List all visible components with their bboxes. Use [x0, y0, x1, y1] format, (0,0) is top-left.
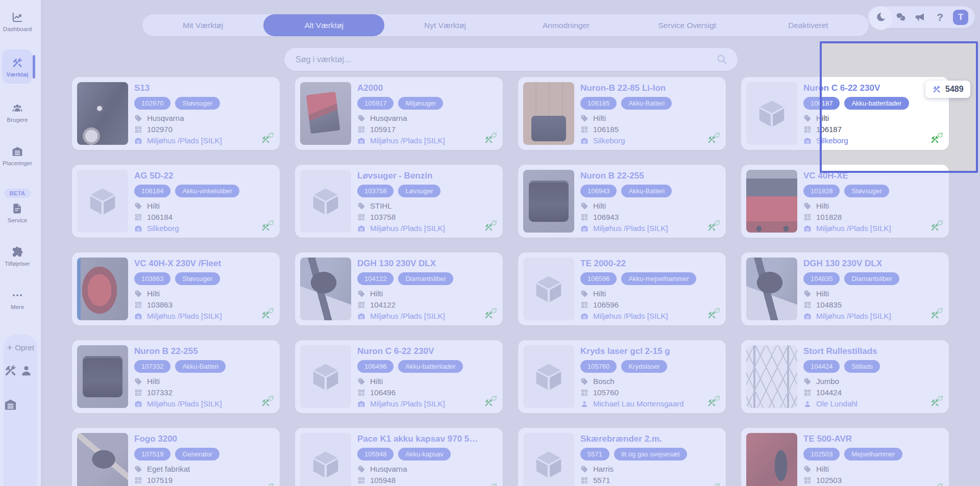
tool-card[interactable]: Fogo 3200 107519 Generator Eget fabrikat… [72, 428, 280, 486]
service-status-icon[interactable] [707, 484, 719, 486]
tab-mit-v-rkt-j[interactable]: Mit Værktøj [142, 14, 263, 36]
tool-card[interactable]: Pace K1 akku kapsav 970 5… 105948 Akku-k… [295, 428, 503, 486]
service-status-icon[interactable] [930, 396, 942, 407]
service-status-icon[interactable] [261, 309, 273, 320]
service-status-icon[interactable] [930, 133, 942, 144]
tool-title[interactable]: DGH 130 230V DLX [803, 259, 944, 269]
tool-location-row[interactable]: Miljøhus /Plads [SILK] [134, 399, 275, 408]
service-status-icon[interactable] [484, 484, 496, 486]
tool-location-row[interactable]: Miljøhus /Plads [SILK] [134, 312, 275, 321]
chat-button[interactable] [894, 11, 907, 24]
service-status-icon[interactable] [484, 309, 496, 320]
tool-card[interactable]: Kryds laser gcl 2-15 g 105760 Krydslaser… [518, 340, 726, 413]
tool-title[interactable]: Nuron C 6-22 230V [357, 346, 498, 356]
create-tool-button[interactable] [4, 364, 17, 377]
tool-title[interactable]: DGH 130 230V DLX [357, 259, 498, 269]
tool-qr-id: 102970 [147, 125, 173, 134]
sidebar-item-brugere[interactable]: Brugere [2, 97, 33, 127]
tool-title[interactable]: Fogo 3200 [134, 434, 275, 444]
tool-title[interactable]: TE 2000-22 [580, 259, 721, 269]
tool-card[interactable]: VC 40H-X 230V /Fleet 103863 Støvsuger Hi… [72, 252, 280, 325]
help-button[interactable]: ? [934, 11, 947, 24]
service-status-icon[interactable] [707, 133, 719, 144]
announcements-button[interactable] [914, 11, 927, 24]
service-status-icon[interactable] [484, 133, 496, 144]
tool-title[interactable]: VC 40H-X 230V /Fleet [134, 259, 275, 269]
tool-card[interactable]: Nuron B 22-255 107332 Akku-Batteri Hilti… [72, 340, 280, 413]
tool-title[interactable]: Pace K1 akku kapsav 970 5… [357, 434, 498, 444]
service-status-icon[interactable] [261, 133, 273, 144]
tool-location-row[interactable]: Silkeborg [803, 136, 944, 145]
service-status-icon[interactable] [930, 309, 942, 320]
tab-deaktiveret[interactable]: Deaktiveret [748, 14, 869, 36]
tool-title[interactable]: A2000 [357, 83, 498, 93]
service-status-icon[interactable] [707, 309, 719, 320]
tool-title[interactable]: Løvsuger - Benzin [357, 171, 498, 181]
create-label[interactable]: + Opret [7, 343, 34, 352]
service-status-icon[interactable] [261, 396, 273, 407]
tool-card[interactable]: Løvsuger - Benzin 103758 Løvsuger STIHL … [295, 165, 503, 238]
tool-card[interactable]: S13 102970 Støvsuger Husqvarna 102970 Mi… [72, 77, 280, 150]
tool-title[interactable]: Nuron B 22-255 [580, 171, 721, 181]
tool-card[interactable]: Nuron B 22-255 106943 Akku-Batteri Hilti… [518, 165, 726, 238]
tool-location-row[interactable]: Miljøhus /Plads [SILK] [580, 224, 721, 233]
tool-title[interactable]: Nuron B 22-255 [134, 346, 275, 356]
tool-card[interactable]: Skærebrænder 2.m. 5571 Ilt og gas svejse… [518, 428, 726, 486]
tool-card[interactable]: Nuron-B 22-85 Li-Ion 106185 Akku-Batteri… [518, 77, 726, 150]
sidebar-item-vaerktoej[interactable]: Værktøj [2, 49, 33, 84]
service-status-icon[interactable] [484, 396, 496, 407]
service-status-icon[interactable] [484, 221, 496, 232]
tool-title[interactable]: Nuron C 6-22 230V [803, 83, 944, 93]
service-status-icon[interactable] [261, 484, 273, 486]
tool-card[interactable]: Nuron C 6-22 230V 106187 Akku-batterilad… [741, 77, 949, 150]
create-user-button[interactable] [19, 364, 33, 377]
tool-card[interactable]: Nuron C 6-22 230V 106496 Akku-batterilad… [295, 340, 503, 413]
sidebar-item-placeringer[interactable]: Placeringer [2, 140, 33, 170]
tool-location-row[interactable]: Michael Lau Mortensgaard [580, 399, 721, 408]
tool-location-row[interactable]: Miljøhus /Plads [SILK] [357, 136, 498, 145]
tool-card[interactable]: DGH 130 230V DLX 104122 Diamantsliber Hi… [295, 252, 503, 325]
sidebar-item-service[interactable]: BETA Service [2, 184, 33, 227]
tool-location-row[interactable]: Silkeborg [580, 136, 721, 145]
tab-nyt-v-rkt-j[interactable]: Nyt Værktøj [384, 14, 505, 36]
tool-location-row[interactable]: Miljøhus /Plads [SILK] [134, 136, 275, 145]
tool-card[interactable]: A2000 105917 Miljøsuger Husqvarna 105917… [295, 77, 503, 150]
tool-title[interactable]: Nuron-B 22-85 Li-Ion [580, 83, 721, 93]
tool-card[interactable]: TE 2000-22 106596 Akku-mejselhammer Hilt… [518, 252, 726, 325]
tool-title[interactable]: AG 5D-22 [134, 171, 275, 181]
tool-location-row[interactable]: Silkeborg [134, 224, 275, 233]
tool-card[interactable]: TE 500-AVR 102503 Mejselhammer Hilti 102… [741, 428, 949, 486]
tool-title[interactable]: S13 [134, 83, 275, 93]
tab-service-oversigt[interactable]: Service Oversigt [627, 14, 748, 36]
tool-card[interactable]: Stort Rullestillads 104424 Stillads Jumb… [741, 340, 949, 413]
tab-alt-v-rkt-j[interactable]: Alt Værktøj [263, 14, 384, 36]
tool-title[interactable]: Stort Rullestillads [803, 346, 944, 356]
tool-title[interactable]: Skærebrænder 2.m. [580, 434, 721, 444]
user-avatar[interactable]: T [953, 10, 968, 25]
dark-mode-toggle-button[interactable] [874, 11, 888, 24]
tool-card[interactable]: VC 40H-XE 101828 Støvsuger Hilti 101828 … [741, 165, 949, 238]
tool-title[interactable]: TE 500-AVR [803, 434, 944, 444]
tool-title[interactable]: VC 40H-XE [803, 171, 944, 181]
create-location-button[interactable] [4, 398, 17, 412]
tool-location-row[interactable]: Miljøhus /Plads [SILK] [357, 312, 498, 321]
sidebar-item-mere[interactable]: Mere [2, 284, 33, 314]
tab-anmodninger[interactable]: Anmodninger [506, 14, 627, 36]
service-status-icon[interactable] [707, 221, 719, 232]
tool-location-row[interactable]: Ole Lundahl [803, 399, 944, 408]
tool-location-row[interactable]: Miljøhus /Plads [SILK] [357, 224, 498, 233]
tool-card[interactable]: DGH 130 230V DLX 104835 Diamantsliber Hi… [741, 252, 949, 325]
sidebar-item-dashboard[interactable]: Dashboard [2, 6, 33, 36]
service-status-icon[interactable] [261, 221, 273, 232]
sidebar-item-tilfoejelser[interactable]: Tilføjelser [2, 241, 33, 271]
tool-location-row[interactable]: Miljøhus /Plads [SILK] [803, 224, 944, 233]
service-status-icon[interactable] [930, 221, 942, 232]
tool-title[interactable]: Kryds laser gcl 2-15 g [580, 346, 721, 356]
tool-location-row[interactable]: Miljøhus /Plads [SILK] [803, 312, 944, 321]
service-status-icon[interactable] [930, 484, 942, 486]
tool-card[interactable]: AG 5D-22 106184 Akku-vinkelsliber Hilti … [72, 165, 280, 238]
tool-location-row[interactable]: Miljøhus /Plads [SILK] [580, 312, 721, 321]
service-status-icon[interactable] [707, 396, 719, 407]
search-input[interactable] [284, 48, 738, 71]
tool-location-row[interactable]: Miljøhus /Plads [SILK] [357, 399, 498, 408]
